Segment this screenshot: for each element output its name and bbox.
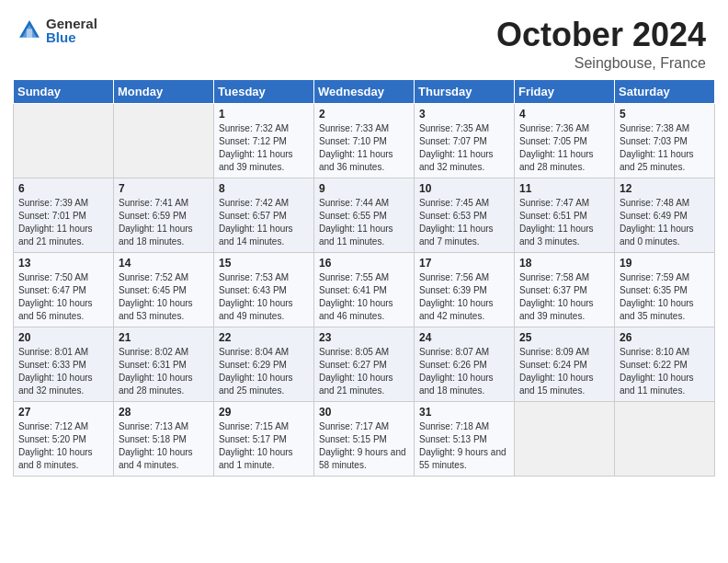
cell-week3-day5: 17Sunrise: 7:56 AMSunset: 6:39 PMDayligh…	[415, 252, 515, 327]
day-info: Sunrise: 7:52 AMSunset: 6:45 PMDaylight:…	[119, 272, 193, 321]
day-info: Sunrise: 8:05 AMSunset: 6:27 PMDaylight:…	[319, 347, 393, 396]
cell-week1-day6: 4Sunrise: 7:36 AMSunset: 7:05 PMDaylight…	[515, 103, 615, 178]
day-number: 16	[319, 257, 409, 270]
day-info: Sunrise: 7:18 AMSunset: 5:13 PMDaylight:…	[419, 421, 506, 470]
day-info: Sunrise: 7:39 AMSunset: 7:01 PMDaylight:…	[18, 198, 93, 247]
title-block: October 2024 Seingbouse, France	[496, 17, 706, 72]
day-number: 29	[219, 406, 309, 419]
cell-week3-day6: 18Sunrise: 7:58 AMSunset: 6:37 PMDayligh…	[515, 252, 615, 327]
cell-week1-day2	[114, 103, 214, 178]
day-number: 14	[119, 257, 209, 270]
page: General Blue October 2024 Seingbouse, Fr…	[0, 0, 728, 563]
day-number: 26	[620, 331, 710, 344]
cell-week3-day4: 16Sunrise: 7:55 AMSunset: 6:41 PMDayligh…	[314, 252, 415, 327]
cell-week2-day2: 7Sunrise: 7:41 AMSunset: 6:59 PMDaylight…	[114, 178, 214, 252]
cell-week5-day6	[515, 401, 615, 476]
day-number: 7	[119, 182, 209, 195]
cell-week4-day6: 25Sunrise: 8:09 AMSunset: 6:24 PMDayligh…	[515, 327, 615, 401]
col-sunday: Sunday	[14, 79, 114, 103]
day-number: 15	[219, 257, 309, 270]
svg-rect-2	[27, 29, 32, 37]
week-row-1: 1Sunrise: 7:32 AMSunset: 7:12 PMDaylight…	[14, 103, 715, 178]
day-info: Sunrise: 8:09 AMSunset: 6:24 PMDaylight:…	[519, 347, 594, 396]
day-number: 1	[219, 108, 309, 121]
col-wednesday: Wednesday	[314, 79, 415, 103]
day-info: Sunrise: 7:41 AMSunset: 6:59 PMDaylight:…	[119, 198, 193, 247]
day-number: 25	[519, 331, 609, 344]
day-info: Sunrise: 7:53 AMSunset: 6:43 PMDaylight:…	[219, 272, 293, 321]
cell-week4-day5: 24Sunrise: 8:07 AMSunset: 6:26 PMDayligh…	[415, 327, 515, 401]
day-number: 24	[419, 331, 509, 344]
col-saturday: Saturday	[615, 79, 715, 103]
day-info: Sunrise: 7:58 AMSunset: 6:37 PMDaylight:…	[519, 272, 594, 321]
day-number: 23	[319, 331, 409, 344]
cell-week3-day1: 13Sunrise: 7:50 AMSunset: 6:47 PMDayligh…	[14, 252, 114, 327]
day-number: 31	[419, 406, 509, 419]
day-info: Sunrise: 7:17 AMSunset: 5:15 PMDaylight:…	[319, 421, 406, 470]
cell-week1-day7: 5Sunrise: 7:38 AMSunset: 7:03 PMDaylight…	[615, 103, 715, 178]
day-info: Sunrise: 7:44 AMSunset: 6:55 PMDaylight:…	[319, 198, 393, 247]
day-info: Sunrise: 7:59 AMSunset: 6:35 PMDaylight:…	[620, 272, 694, 321]
day-number: 20	[18, 331, 108, 344]
cell-week2-day7: 12Sunrise: 7:48 AMSunset: 6:49 PMDayligh…	[615, 178, 715, 252]
day-info: Sunrise: 7:48 AMSunset: 6:49 PMDaylight:…	[620, 198, 694, 247]
cell-week5-day3: 29Sunrise: 7:15 AMSunset: 5:17 PMDayligh…	[214, 401, 314, 476]
day-info: Sunrise: 8:02 AMSunset: 6:31 PMDaylight:…	[119, 347, 193, 396]
day-info: Sunrise: 7:45 AMSunset: 6:53 PMDaylight:…	[419, 198, 494, 247]
day-info: Sunrise: 7:50 AMSunset: 6:47 PMDaylight:…	[18, 272, 93, 321]
week-row-3: 13Sunrise: 7:50 AMSunset: 6:47 PMDayligh…	[14, 252, 715, 327]
cell-week5-day5: 31Sunrise: 7:18 AMSunset: 5:13 PMDayligh…	[415, 401, 515, 476]
week-row-2: 6Sunrise: 7:39 AMSunset: 7:01 PMDaylight…	[14, 178, 715, 252]
day-number: 11	[519, 182, 609, 195]
day-info: Sunrise: 7:47 AMSunset: 6:51 PMDaylight:…	[519, 198, 594, 247]
cell-week4-day4: 23Sunrise: 8:05 AMSunset: 6:27 PMDayligh…	[314, 327, 415, 401]
logo-icon	[17, 17, 42, 43]
cell-week5-day2: 28Sunrise: 7:13 AMSunset: 5:18 PMDayligh…	[114, 401, 214, 476]
day-info: Sunrise: 8:04 AMSunset: 6:29 PMDaylight:…	[219, 347, 293, 396]
calendar-table: Sunday Monday Tuesday Wednesday Thursday…	[13, 79, 715, 477]
day-number: 22	[219, 331, 309, 344]
col-tuesday: Tuesday	[214, 79, 314, 103]
day-info: Sunrise: 7:56 AMSunset: 6:39 PMDaylight:…	[419, 272, 494, 321]
col-thursday: Thursday	[415, 79, 515, 103]
header-row: Sunday Monday Tuesday Wednesday Thursday…	[14, 79, 715, 103]
day-number: 12	[620, 182, 710, 195]
day-number: 28	[119, 406, 209, 419]
day-info: Sunrise: 7:55 AMSunset: 6:41 PMDaylight:…	[319, 272, 393, 321]
cell-week4-day2: 21Sunrise: 8:02 AMSunset: 6:31 PMDayligh…	[114, 327, 214, 401]
day-number: 19	[620, 257, 710, 270]
day-number: 8	[219, 182, 309, 195]
day-info: Sunrise: 7:15 AMSunset: 5:17 PMDaylight:…	[219, 421, 293, 470]
day-info: Sunrise: 8:01 AMSunset: 6:33 PMDaylight:…	[18, 347, 93, 396]
cell-week3-day7: 19Sunrise: 7:59 AMSunset: 6:35 PMDayligh…	[615, 252, 715, 327]
day-info: Sunrise: 7:38 AMSunset: 7:03 PMDaylight:…	[620, 123, 694, 172]
week-row-4: 20Sunrise: 8:01 AMSunset: 6:33 PMDayligh…	[14, 327, 715, 401]
day-info: Sunrise: 8:07 AMSunset: 6:26 PMDaylight:…	[419, 347, 494, 396]
calendar: Sunday Monday Tuesday Wednesday Thursday…	[0, 79, 728, 563]
logo-text: General Blue	[46, 17, 97, 44]
day-number: 4	[519, 108, 609, 121]
cell-week1-day1	[14, 103, 114, 178]
day-info: Sunrise: 7:12 AMSunset: 5:20 PMDaylight:…	[18, 421, 93, 470]
day-info: Sunrise: 7:13 AMSunset: 5:18 PMDaylight:…	[119, 421, 193, 470]
day-number: 13	[18, 257, 108, 270]
cell-week2-day3: 8Sunrise: 7:42 AMSunset: 6:57 PMDaylight…	[214, 178, 314, 252]
col-friday: Friday	[515, 79, 615, 103]
day-number: 3	[419, 108, 509, 121]
month-title: October 2024	[496, 17, 706, 53]
cell-week2-day4: 9Sunrise: 7:44 AMSunset: 6:55 PMDaylight…	[314, 178, 415, 252]
header: General Blue October 2024 Seingbouse, Fr…	[0, 0, 728, 79]
cell-week2-day1: 6Sunrise: 7:39 AMSunset: 7:01 PMDaylight…	[14, 178, 114, 252]
day-number: 18	[519, 257, 609, 270]
cell-week4-day1: 20Sunrise: 8:01 AMSunset: 6:33 PMDayligh…	[14, 327, 114, 401]
cell-week1-day4: 2Sunrise: 7:33 AMSunset: 7:10 PMDaylight…	[314, 103, 415, 178]
location: Seingbouse, France	[496, 55, 706, 72]
cell-week5-day1: 27Sunrise: 7:12 AMSunset: 5:20 PMDayligh…	[14, 401, 114, 476]
cell-week5-day7	[615, 401, 715, 476]
day-info: Sunrise: 7:35 AMSunset: 7:07 PMDaylight:…	[419, 123, 494, 172]
day-number: 2	[319, 108, 409, 121]
cell-week3-day2: 14Sunrise: 7:52 AMSunset: 6:45 PMDayligh…	[114, 252, 214, 327]
logo-blue-text: Blue	[46, 30, 97, 44]
day-number: 21	[119, 331, 209, 344]
day-number: 10	[419, 182, 509, 195]
